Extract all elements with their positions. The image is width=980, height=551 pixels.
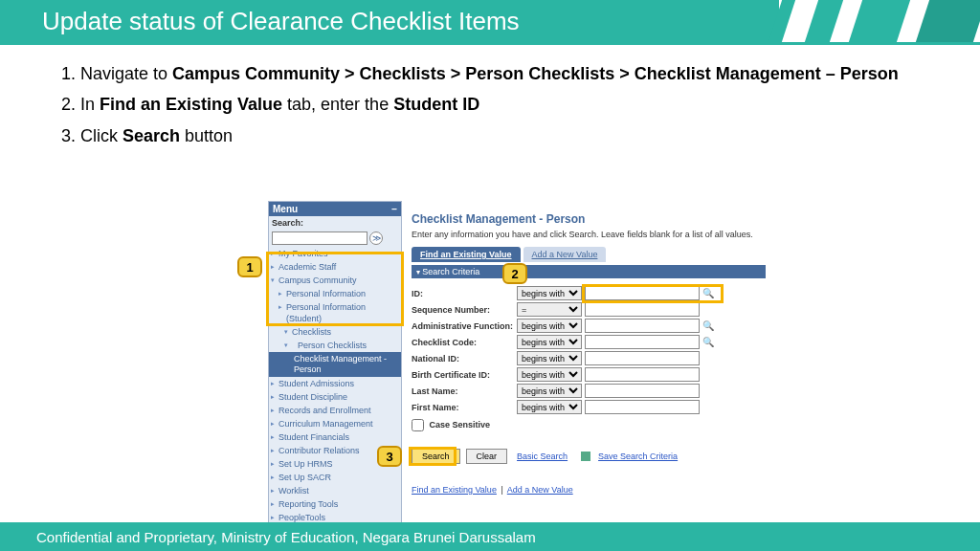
menu-search-go-icon[interactable]: ≫ [369, 231, 383, 245]
row-first-name: First Name: begins with [412, 400, 766, 414]
callout-3: 3 [377, 446, 402, 467]
menu-checklist-mgmt-person[interactable]: Checklist Management - Person [269, 352, 401, 377]
row-birth-cert: Birth Certificate ID: begins with [412, 367, 766, 382]
label-id: ID: [412, 289, 517, 298]
step-3: Click Search button [80, 124, 923, 147]
basic-search-link[interactable]: Basic Search [517, 452, 568, 461]
input-seq[interactable] [585, 302, 700, 317]
clear-button[interactable]: Clear [466, 449, 508, 464]
menu-reporting-tools[interactable]: Reporting Tools [269, 497, 401, 511]
label-af: Administrative Function: [412, 321, 517, 331]
op-af[interactable]: begins with [517, 319, 582, 333]
row-national-id: National ID: begins with [412, 351, 766, 365]
label-ln: Last Name: [412, 386, 517, 396]
case-sensitive-checkbox[interactable] [412, 419, 424, 431]
save-search-criteria-link[interactable]: Save Search Criteria [598, 452, 678, 461]
title-decoration [693, 0, 980, 42]
footer-text: Confidential and Proprietary, Ministry o… [36, 529, 536, 545]
slide-footer: Confidential and Proprietary, Ministry o… [0, 522, 980, 551]
menu-checklists[interactable]: Checklists [269, 325, 401, 339]
label-cc: Checklist Code: [412, 338, 517, 347]
menu-title: Menu [273, 204, 298, 214]
step-1: Navigate to Campus Community > Checklist… [80, 62, 923, 85]
page-hint: Enter any information you have and click… [412, 230, 766, 239]
label-bc: Birth Certificate ID: [412, 370, 517, 380]
label-fn: First Name: [412, 403, 517, 412]
button-row: Search Clear Basic Search Save Search Cr… [412, 449, 766, 464]
menu-search-input[interactable] [272, 231, 368, 245]
op-id[interactable]: begins with [517, 286, 582, 300]
op-ln[interactable]: begins with [517, 384, 582, 398]
lookup-af-icon[interactable]: 🔍 [702, 320, 714, 331]
input-id[interactable] [585, 286, 700, 300]
label-seq: Sequence Number: [412, 305, 517, 315]
lookup-id-icon[interactable]: 🔍 [702, 288, 714, 298]
menu-worklist[interactable]: Worklist [269, 484, 401, 497]
tab-row: Find an Existing Value Add a New Value [412, 247, 766, 262]
menu-records-enrollment[interactable]: Records and Enrollment [269, 404, 401, 417]
lookup-cc-icon[interactable]: 🔍 [702, 337, 714, 347]
footer-separator: | [501, 485, 502, 495]
input-fn[interactable] [585, 400, 700, 414]
row-id: ID: begins with 🔍 [412, 286, 766, 300]
label-nid: National ID: [412, 354, 517, 364]
menu-personal-info[interactable]: Personal Information [269, 287, 401, 300]
menu-my-favorites[interactable]: My Favorites [269, 247, 401, 260]
nav-menu: Menu − Search: ≫ My Favorites Academic S… [268, 201, 402, 551]
app-screenshot: Menu − Search: ≫ My Favorites Academic S… [268, 201, 766, 505]
callout-2: 2 [502, 263, 527, 284]
input-af[interactable] [585, 319, 700, 333]
save-icon [581, 452, 590, 461]
menu-setup-sacr[interactable]: Set Up SACR [269, 471, 401, 484]
title-bar: Update status of Clearance Checklist Ite… [0, 0, 980, 42]
menu-campus-community[interactable]: Campus Community [269, 274, 401, 287]
page-heading: Checklist Management - Person [412, 212, 766, 226]
callout-1: 1 [237, 256, 262, 277]
input-bc[interactable] [585, 367, 700, 382]
case-sensitive-label: Case Sensitive [430, 420, 491, 430]
menu-search-row: Search: [269, 216, 401, 230]
step-2: In Find an Existing Value tab, enter the… [80, 93, 923, 116]
op-seq[interactable]: = [517, 302, 582, 317]
row-checklist-code: Checklist Code: begins with 🔍 [412, 335, 766, 349]
case-sensitive-row: Case Sensitive [412, 419, 766, 431]
op-nid[interactable]: begins with [517, 351, 582, 365]
menu-student-admissions[interactable]: Student Admissions [269, 377, 401, 390]
slide-title: Update status of Clearance Checklist Ite… [42, 7, 520, 36]
search-page: Checklist Management - Person Enter any … [412, 212, 766, 495]
footer-add-new-link[interactable]: Add a New Value [507, 485, 573, 495]
menu-header: Menu − [269, 202, 401, 216]
input-nid[interactable] [585, 351, 700, 365]
search-criteria-header[interactable]: Search Criteria [412, 265, 766, 278]
footer-find-existing-link[interactable]: Find an Existing Value [412, 485, 497, 495]
input-ln[interactable] [585, 384, 700, 398]
row-admin-function: Administrative Function: begins with 🔍 [412, 319, 766, 333]
menu-student-discipline[interactable]: Student Discipline [269, 390, 401, 404]
search-fields: ID: begins with 🔍 Sequence Number: = Adm… [412, 286, 766, 431]
menu-personal-info-student[interactable]: Personal Information (Student) [269, 300, 401, 325]
op-cc[interactable]: begins with [517, 335, 582, 349]
menu-search-label: Search: [272, 218, 303, 228]
row-last-name: Last Name: begins with [412, 384, 766, 398]
menu-student-financials[interactable]: Student Financials [269, 430, 401, 444]
row-seq: Sequence Number: = [412, 302, 766, 317]
menu-academic-staff[interactable]: Academic Staff [269, 260, 401, 274]
minimize-icon[interactable]: − [391, 204, 397, 214]
menu-person-checklists[interactable]: Person Checklists [269, 339, 401, 352]
op-fn[interactable]: begins with [517, 400, 582, 414]
input-cc[interactable] [585, 335, 700, 349]
tab-find-existing[interactable]: Find an Existing Value [412, 247, 521, 262]
op-bc[interactable]: begins with [517, 367, 582, 382]
search-button[interactable]: Search [412, 449, 460, 464]
instruction-list: Navigate to Campus Community > Checklist… [0, 45, 980, 147]
menu-list: My Favorites Academic Staff Campus Commu… [269, 247, 401, 551]
menu-curriculum-mgmt[interactable]: Curriculum Management [269, 417, 401, 430]
tab-add-new[interactable]: Add a New Value [523, 247, 607, 262]
footer-links: Find an Existing Value | Add a New Value [412, 485, 766, 495]
